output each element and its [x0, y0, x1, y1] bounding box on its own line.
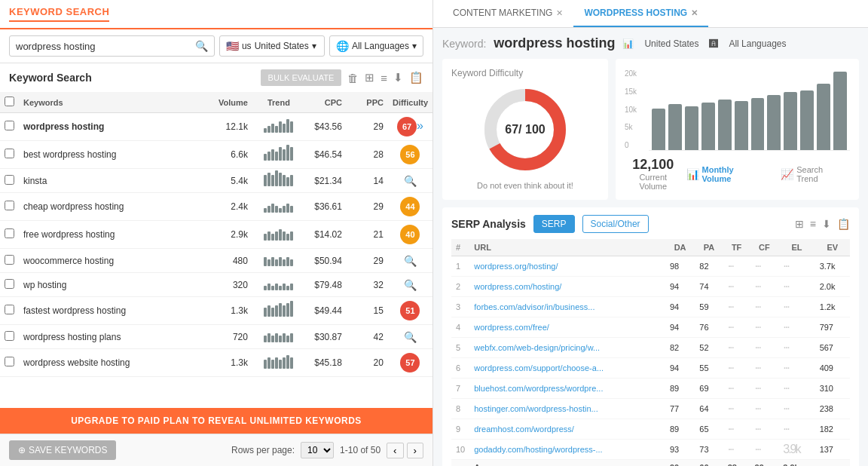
navigate-arrows[interactable]: »	[417, 119, 423, 132]
row-checkbox-cell[interactable]	[0, 273, 19, 297]
serp-url-cell[interactable]: wordpress.com/support/choose-a...	[469, 358, 665, 379]
serp-url-cell[interactable]: wordpress.com/free/	[469, 317, 665, 338]
search-icon[interactable]: 🔍	[195, 40, 208, 52]
keyword-cell[interactable]: wordpress website hosting	[19, 349, 211, 377]
volume-bar[interactable]	[767, 95, 781, 150]
row-checkbox[interactable]	[5, 331, 14, 341]
delete-icon[interactable]: 🗑	[347, 72, 359, 84]
row-checkbox-cell[interactable]	[0, 169, 19, 193]
keyword-cell[interactable]: wordpress hosting	[19, 113, 211, 141]
serp-tab-social[interactable]: Social/Other	[582, 215, 649, 233]
search-input[interactable]	[16, 41, 192, 52]
serp-url-link[interactable]: wordpress.com/hosting/	[474, 282, 561, 291]
row-checkbox-cell[interactable]	[0, 297, 19, 325]
serp-url-cell[interactable]: godaddy.com/hosting/wordpress-...	[469, 440, 665, 460]
next-page-button[interactable]: ›	[407, 443, 423, 458]
serp-tab-serp[interactable]: SERP	[533, 215, 575, 233]
content-marketing-close-icon[interactable]: ✕	[556, 8, 563, 18]
row-checkbox-cell[interactable]	[0, 221, 19, 249]
row-checkbox-cell[interactable]	[0, 193, 19, 221]
serp-url-link[interactable]: wordpress.org/hosting/	[474, 262, 558, 271]
serp-download-icon[interactable]: ⬇	[822, 218, 831, 230]
col-ppc[interactable]: PPC	[347, 92, 388, 113]
keyword-cell[interactable]: fastest wordpress hosting	[19, 297, 211, 325]
serp-url-link[interactable]: godaddy.com/hosting/wordpress-...	[474, 445, 602, 454]
serp-url-link[interactable]: forbes.com/advisor/in/business...	[474, 302, 594, 311]
serp-url-cell[interactable]: wordpress.com/hosting/	[469, 277, 665, 297]
search-icon[interactable]: 🔍	[404, 255, 417, 267]
keyword-cell[interactable]: wordpress hosting plans	[19, 325, 211, 349]
row-checkbox[interactable]	[5, 121, 14, 130]
row-checkbox[interactable]	[5, 255, 14, 265]
serp-url-link[interactable]: webfx.com/web-design/pricing/w...	[474, 343, 600, 352]
serp-url-link[interactable]: wordpress.com/support/choose-a...	[474, 363, 604, 372]
col-volume[interactable]: Volume	[211, 92, 252, 113]
volume-bar[interactable]	[685, 106, 698, 150]
monthly-volume-tab[interactable]: 📊 Monthly Volume	[682, 162, 769, 186]
prev-page-button[interactable]: ‹	[387, 443, 403, 458]
keyword-cell[interactable]: free wordpress hosting	[19, 221, 211, 249]
columns-icon[interactable]: ⊞	[365, 71, 374, 84]
row-checkbox-cell[interactable]	[0, 141, 19, 169]
serp-filter-icon[interactable]: ≡	[810, 218, 816, 230]
row-checkbox-cell[interactable]	[0, 349, 19, 377]
search-icon[interactable]: 🔍	[404, 279, 417, 291]
serp-url-cell[interactable]: hostinger.com/wordpress-hostin...	[469, 399, 665, 419]
serp-url-link[interactable]: hostinger.com/wordpress-hostin...	[474, 404, 598, 413]
serp-url-cell[interactable]: wordpress.org/hosting/	[469, 256, 665, 277]
keyword-cell[interactable]: woocommerce hosting	[19, 249, 211, 273]
search-input-wrap[interactable]: 🔍	[9, 35, 215, 57]
col-cpc[interactable]: CPC	[305, 92, 347, 113]
volume-bar[interactable]	[800, 90, 814, 150]
download-icon[interactable]: ⬇	[393, 71, 403, 84]
col-trend[interactable]: Trend	[252, 92, 305, 113]
row-checkbox-cell[interactable]	[0, 249, 19, 273]
bulk-evaluate-button[interactable]: BULK EVALUATE	[261, 69, 342, 86]
tab-content-marketing[interactable]: CONTENT MARKETING ✕	[442, 0, 573, 27]
serp-url-cell[interactable]: dreamhost.com/wordpress/	[469, 419, 665, 440]
volume-bar[interactable]	[735, 101, 748, 150]
rows-per-page-select[interactable]: 10 25 50	[301, 442, 334, 458]
keyword-cell[interactable]: cheap wordpress hosting	[19, 193, 211, 221]
tab-keyword-search[interactable]: KEYWORD SEARCH	[9, 6, 109, 22]
serp-url-link[interactable]: bluehost.com/wordpress/wordpre...	[474, 384, 603, 393]
row-checkbox[interactable]	[5, 357, 14, 366]
select-all-checkbox[interactable]	[5, 97, 14, 106]
row-checkbox-cell[interactable]	[0, 325, 19, 349]
language-selector[interactable]: 🌐 All Languages ▾	[329, 35, 423, 57]
row-checkbox[interactable]	[5, 175, 14, 185]
country-selector[interactable]: 🇺🇸 us United States ▾	[219, 35, 325, 57]
volume-bar[interactable]	[718, 100, 732, 150]
row-checkbox[interactable]	[5, 201, 14, 210]
tab-wordpress-hosting[interactable]: WORDPRESS HOSTING ✕	[573, 0, 708, 27]
save-keywords-button[interactable]: ⊕ SAVE KEYWORDS	[9, 440, 116, 460]
volume-bar[interactable]	[784, 92, 797, 150]
keyword-cell[interactable]: kinsta	[19, 169, 211, 193]
volume-bar[interactable]	[701, 103, 715, 150]
serp-clipboard-icon[interactable]: 📋	[837, 218, 850, 230]
col-keywords[interactable]: Keywords	[19, 92, 211, 113]
search-trend-tab[interactable]: 📈 Search Trend	[776, 162, 850, 186]
volume-bar[interactable]	[668, 104, 682, 150]
search-icon[interactable]: 🔍	[404, 175, 417, 187]
row-checkbox[interactable]	[5, 305, 14, 314]
search-icon[interactable]: 🔍	[404, 331, 417, 343]
serp-url-cell[interactable]: forbes.com/advisor/in/business...	[469, 297, 665, 317]
serp-url-cell[interactable]: bluehost.com/wordpress/wordpre...	[469, 379, 665, 399]
keyword-cell[interactable]: wp hosting	[19, 273, 211, 297]
row-checkbox[interactable]	[5, 149, 14, 158]
serp-columns-icon[interactable]: ⊞	[795, 218, 804, 230]
volume-bar[interactable]	[652, 109, 665, 150]
col-difficulty[interactable]: Difficulty	[388, 92, 432, 113]
serp-url-link[interactable]: wordpress.com/free/	[474, 323, 549, 332]
volume-bar[interactable]	[817, 84, 830, 150]
keyword-cell[interactable]: best wordpress hosting	[19, 141, 211, 169]
filter-icon[interactable]: ≡	[381, 72, 387, 84]
row-checkbox[interactable]	[5, 228, 14, 238]
upgrade-bar[interactable]: UPGRADE TO PAID PLAN TO REVEAL UNLIMITED…	[0, 408, 432, 434]
clipboard-icon[interactable]: 📋	[409, 71, 423, 84]
serp-url-link[interactable]: dreamhost.com/wordpress/	[474, 425, 574, 434]
volume-bar[interactable]	[833, 72, 847, 150]
wordpress-hosting-close-icon[interactable]: ✕	[691, 8, 698, 18]
serp-url-cell[interactable]: webfx.com/web-design/pricing/w...	[469, 338, 665, 358]
